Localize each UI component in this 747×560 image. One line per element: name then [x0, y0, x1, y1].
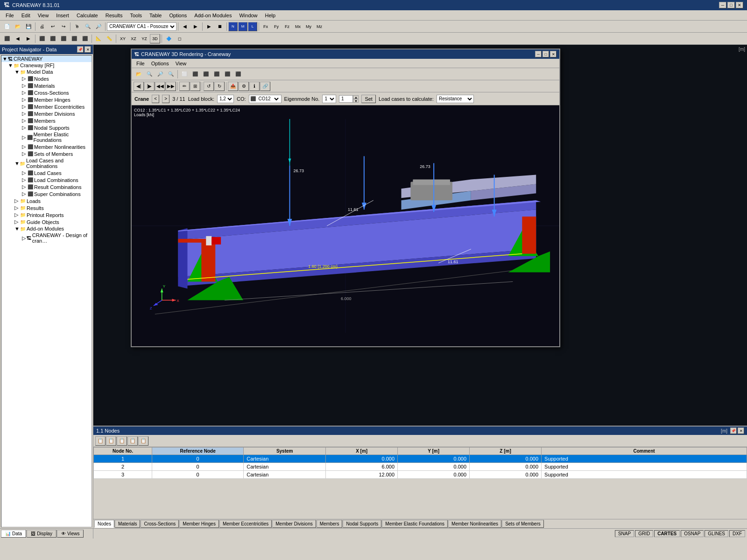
- toolbar2-3d[interactable]: 3D: [150, 34, 160, 43]
- toolbar2-7[interactable]: ⬛: [69, 34, 79, 43]
- eigenmode-select[interactable]: 1: [322, 95, 336, 103]
- menu-calculate[interactable]: Calculate: [73, 12, 102, 19]
- rt2-spin1[interactable]: ↺: [204, 82, 214, 91]
- menu-results[interactable]: Results: [102, 12, 127, 19]
- toolbar2-render[interactable]: 🔷: [163, 34, 174, 43]
- render-canvas[interactable]: CO12 : 1.35*LC1 + 1.35*LC20 + 1.35*LC22 …: [132, 105, 559, 346]
- bpt-btn1[interactable]: 📋: [95, 436, 106, 446]
- tree-item-nodes[interactable]: ▷ ⬛ Nodes: [1, 75, 92, 82]
- rt-frame5[interactable]: ⬛: [222, 70, 233, 79]
- tree-item-guide[interactable]: ▷ 📁 Guide Objects: [1, 218, 92, 225]
- tree-item-sets-of-members[interactable]: ▷ ⬛ Sets of Members: [1, 150, 92, 157]
- toolbar2-4[interactable]: ⬛: [37, 34, 47, 43]
- tab-elastic-foundations[interactable]: Member Elastic Foundations: [382, 520, 448, 528]
- rt-zoom-in[interactable]: 🔎: [155, 70, 165, 79]
- tree-item-nodal-supports[interactable]: ▷ ⬛ Nodal Supports: [1, 124, 92, 131]
- render-maximize[interactable]: □: [543, 51, 549, 57]
- tab-cross-sections[interactable]: Cross-Sections: [141, 520, 179, 528]
- bpt-btn5[interactable]: 📋: [138, 436, 148, 446]
- toolbar2-wire[interactable]: ◻: [174, 34, 184, 43]
- render-menu-file[interactable]: File: [134, 60, 148, 67]
- rt2-info[interactable]: ℹ: [249, 82, 260, 91]
- bpt-btn2[interactable]: 📋: [106, 436, 116, 446]
- rt-frame3[interactable]: ⬛: [201, 70, 211, 79]
- tab-materials[interactable]: Materials: [115, 520, 141, 528]
- co-select[interactable]: CO12: [257, 95, 280, 103]
- tree-item-cross-sections[interactable]: ▷ ⬛ Cross-Sections: [1, 89, 92, 96]
- rt2-prev-frame[interactable]: ◀|: [134, 82, 144, 91]
- rt2-next-pos[interactable]: ▶▶: [166, 82, 176, 91]
- tree-item-materials[interactable]: ▷ ⬛ Materials: [1, 82, 92, 89]
- tree-item-model-data[interactable]: ▼ 📁 Model Data: [1, 69, 92, 75]
- rt-frame2[interactable]: ⬛: [190, 70, 200, 79]
- toolbar2-view1[interactable]: XY: [118, 34, 128, 43]
- maximize-btn[interactable]: □: [727, 2, 735, 8]
- toolbar-member[interactable]: M: [238, 22, 247, 31]
- table-row[interactable]: 2 0 Cartesian 6.000 0.000 0.000 Supporte…: [94, 463, 747, 471]
- bpt-btn4[interactable]: 📋: [127, 436, 138, 446]
- nav-tab-data[interactable]: 📊 Data: [1, 530, 26, 538]
- rt2-next-frame[interactable]: |▶: [144, 82, 155, 91]
- close-btn[interactable]: ✕: [736, 2, 743, 8]
- toolbar2-3[interactable]: ▶: [23, 34, 34, 43]
- toolbar-redo[interactable]: ↪: [58, 22, 69, 31]
- tree-item-craneway-module[interactable]: ▷ 🏗 CRANEWAY - Design of cran…: [1, 232, 92, 244]
- toolbar-stop[interactable]: ⏹: [215, 22, 225, 31]
- toolbar2-8[interactable]: ⬛: [80, 34, 90, 43]
- toolbar-run[interactable]: ▶: [204, 22, 214, 31]
- crane-prev[interactable]: <: [152, 95, 159, 103]
- tree-item-lc[interactable]: ▷ ⬛ Load Cases: [1, 169, 92, 176]
- rt-frame1[interactable]: ⬜: [179, 70, 190, 79]
- tab-members[interactable]: Members: [317, 520, 343, 528]
- toolbar2-9[interactable]: 📐: [93, 34, 104, 43]
- tree-item-craneway-rf[interactable]: ▼ 📁 Craneway [RF]: [1, 62, 92, 69]
- rt2-edit[interactable]: ✏: [179, 82, 190, 91]
- tab-nodes[interactable]: Nodes: [94, 520, 114, 528]
- rt2-table[interactable]: ⊞: [190, 82, 200, 91]
- toolbar2-view3[interactable]: YZ: [139, 34, 149, 43]
- toolbar-my[interactable]: My: [303, 22, 314, 31]
- render-minimize[interactable]: ─: [535, 51, 542, 57]
- toolbar2-view2[interactable]: XZ: [128, 34, 139, 43]
- toolbar-save[interactable]: 💾: [23, 22, 34, 31]
- menu-help[interactable]: Help: [261, 12, 280, 19]
- toolbar2-10[interactable]: 📏: [104, 34, 114, 43]
- toolbar-select[interactable]: 🖱: [72, 22, 82, 31]
- render-close[interactable]: ✕: [550, 51, 557, 57]
- toolbar2-6[interactable]: ⬛: [58, 34, 69, 43]
- rt-frame4[interactable]: ⬛: [211, 70, 222, 79]
- bpt-btn3[interactable]: 📋: [117, 436, 127, 446]
- status-snap[interactable]: SNAP: [615, 530, 634, 537]
- panel-close-btn[interactable]: ✕: [85, 46, 91, 53]
- menu-options[interactable]: Options: [165, 12, 190, 19]
- tree-item-member-eccentricities[interactable]: ▷ ⬛ Member Eccentricities: [1, 103, 92, 110]
- bp-pin[interactable]: 📌: [730, 427, 737, 434]
- set-btn[interactable]: Set: [361, 95, 376, 103]
- rt-open[interactable]: 📂: [134, 70, 144, 79]
- tree-item-sc[interactable]: ▷ ⬛ Super Combinations: [1, 190, 92, 197]
- toolbar-load[interactable]: L: [248, 22, 257, 31]
- tree-item-lco[interactable]: ▷ ⬛ Load Combinations: [1, 176, 92, 183]
- toolbar2-2[interactable]: ◀: [13, 34, 23, 43]
- status-grid[interactable]: GRID: [635, 530, 653, 537]
- rt-zoom-out[interactable]: 🔍: [166, 70, 176, 79]
- status-dxf[interactable]: DXF: [729, 530, 745, 537]
- tab-member-divisions[interactable]: Member Divisions: [272, 520, 316, 528]
- load-block-select[interactable]: 1,2: [217, 95, 234, 103]
- toolbar-mx[interactable]: Mx: [293, 22, 303, 31]
- toolbar-zoom-in[interactable]: 🔎: [93, 22, 104, 31]
- tab-nonlinearities[interactable]: Member Nonlinearities: [448, 520, 501, 528]
- tree-item-load-cases[interactable]: ▼ 📁 Load Cases and Combinations: [1, 157, 92, 169]
- tab-nodal-supports[interactable]: Nodal Supports: [343, 520, 381, 528]
- rt-search[interactable]: 🔍: [144, 70, 155, 79]
- tree-item-nonlinearities[interactable]: ▷ ⬛ Member Nonlinearities: [1, 143, 92, 150]
- toolbar-next[interactable]: ▶: [190, 22, 201, 31]
- menu-view[interactable]: View: [34, 12, 53, 19]
- status-osnap[interactable]: OSNAP: [681, 530, 704, 537]
- toolbar2-1[interactable]: ⬛: [2, 34, 12, 43]
- render-menu-options[interactable]: Options: [148, 60, 172, 67]
- tree-item-rc[interactable]: ▷ ⬛ Result Combinations: [1, 183, 92, 190]
- eigenmode-down[interactable]: ▼: [353, 99, 359, 103]
- load-cases-select[interactable]: Resistance: [437, 95, 474, 103]
- toolbar-new[interactable]: 📄: [2, 22, 12, 31]
